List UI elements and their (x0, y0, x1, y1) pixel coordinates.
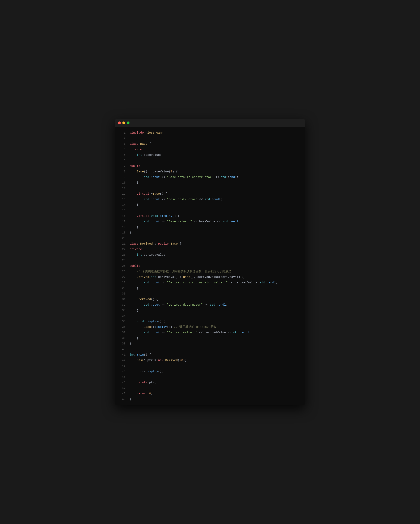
code-line: 20 (115, 236, 305, 241)
code-line: 5 int baseValue; (115, 152, 305, 158)
code-line: 43 (115, 363, 305, 369)
code-line: 37 std::cout << "Derived value: " << der… (115, 330, 305, 336)
code-line: 18 } (115, 225, 305, 230)
code-line: 33 } (115, 308, 305, 313)
code-line: 41 int main() { (115, 352, 305, 358)
code-line: 32 std::cout << "Derived destructor" << … (115, 302, 305, 308)
code-line: 46 delete ptr; (115, 380, 305, 385)
code-line: 14 } (115, 202, 305, 208)
code-line: 39 }; (115, 341, 305, 347)
code-line: 16 virtual void display() { (115, 213, 305, 219)
code-line: 35 void display() { (115, 319, 305, 324)
code-line: 31 ~Derived() { (115, 297, 305, 302)
code-line: 19 }; (115, 230, 305, 236)
code-line: 47 (115, 385, 305, 391)
code-area: 1 #include <iostream> 2 3 class Base { 4… (115, 127, 305, 405)
code-line: 22 private: (115, 247, 305, 252)
code-line: 17 std::cout << "Base value: " << baseVa… (115, 219, 305, 225)
code-line: 49 } (115, 397, 305, 402)
maximize-button[interactable] (127, 122, 129, 124)
code-line: 13 std::cout << "Base destructor" << std… (115, 197, 305, 202)
code-line: 25 public: (115, 263, 305, 269)
code-line: 3 class Base { (115, 141, 305, 147)
close-button[interactable] (118, 122, 121, 124)
titlebar (115, 119, 305, 127)
code-line: 27 Derived(int derivedVal) : Base(), der… (115, 274, 305, 280)
code-line: 1 #include <iostream> (115, 130, 305, 136)
code-line: 24 (115, 258, 305, 263)
code-line: 11 (115, 186, 305, 191)
code-line: 6 (115, 158, 305, 164)
minimize-button[interactable] (122, 122, 125, 124)
code-line: 4 private: (115, 147, 305, 152)
code-line: 30 (115, 291, 305, 297)
code-line: 38 } (115, 336, 305, 341)
code-editor-window: 1 #include <iostream> 2 3 class Base { 4… (115, 119, 305, 405)
code-line: 44 ptr->display(); (115, 369, 305, 374)
code-line: 40 (115, 347, 305, 352)
code-line: 23 int derivedValue; (115, 252, 305, 258)
code-line: 2 (115, 136, 305, 141)
code-line: 15 (115, 208, 305, 213)
code-line: 34 (115, 313, 305, 319)
code-line: 21 class Derived : public Base { (115, 241, 305, 247)
code-line: 29 } (115, 286, 305, 291)
code-line: 48 return 0; (115, 391, 305, 397)
code-line: 9 std::cout << "Base default constructor… (115, 175, 305, 180)
code-line: 36 Base::display(); // 调用基类的 display 函数 (115, 324, 305, 330)
code-line: 45 (115, 374, 305, 380)
code-line: 12 virtual ~Base() { (115, 191, 305, 197)
code-line: 10 } (115, 180, 305, 186)
code-line: 26 // 子类构造函数有参数，调用基类默认构造函数，然后初始化子类成员 (115, 269, 305, 274)
code-line: 42 Base* ptr = new Derived(20); (115, 358, 305, 363)
code-line: 7 public: (115, 164, 305, 169)
code-line: 8 Base() : baseValue(0) { (115, 169, 305, 175)
code-line: 28 std::cout << "Derived constructor wit… (115, 280, 305, 286)
